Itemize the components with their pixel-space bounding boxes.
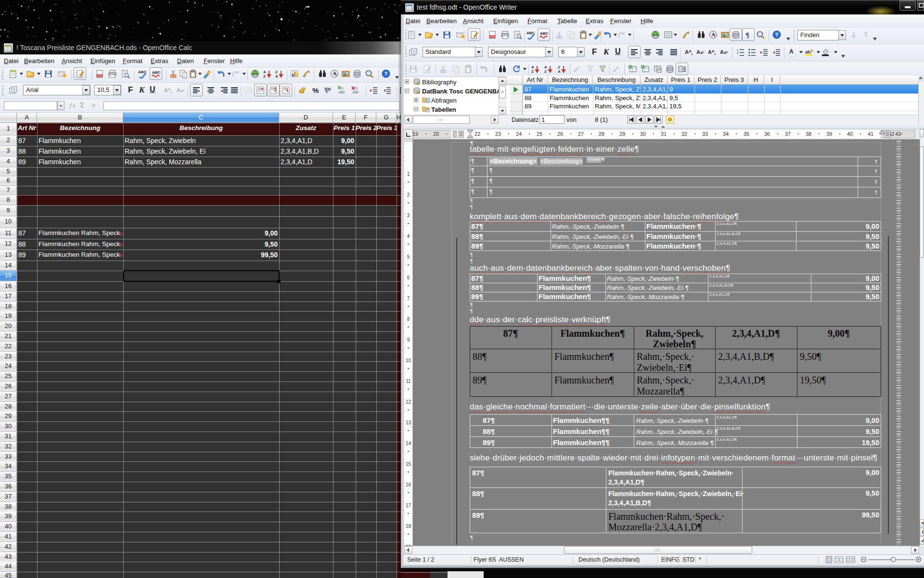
svg-text:%: % — [312, 86, 319, 94]
svg-text:A: A — [263, 70, 266, 74]
svg-text:A: A — [685, 49, 689, 55]
svg-text:A: A — [180, 89, 183, 93]
svg-text:A: A — [689, 49, 692, 53]
svg-text:A: A — [177, 87, 180, 93]
svg-text:PDF: PDF — [98, 74, 103, 77]
svg-text:A: A — [168, 87, 171, 92]
svg-text:?: ? — [385, 71, 388, 77]
svg-text:ABC: ABC — [540, 31, 549, 36]
svg-text:A: A — [700, 51, 703, 55]
svg-text:.000: .000 — [338, 91, 345, 94]
svg-text:A: A — [696, 49, 700, 55]
svg-text:Z: Z — [263, 74, 266, 79]
svg-text:A: A — [720, 49, 724, 55]
svg-text:A: A — [724, 51, 727, 55]
svg-text:2: 2 — [737, 52, 739, 54]
svg-text:PDF: PDF — [490, 35, 495, 38]
svg-text:Z: Z — [275, 70, 278, 74]
svg-text:S%: S% — [324, 87, 331, 92]
svg-text:0: 0 — [356, 87, 358, 90]
svg-text:A: A — [558, 69, 561, 74]
svg-text:Z: Z — [531, 69, 534, 74]
svg-text:A: A — [712, 49, 715, 53]
svg-text:Z: Z — [544, 69, 547, 74]
svg-text:¶: ¶ — [745, 31, 749, 39]
svg-text:ABC: ABC — [152, 70, 161, 75]
svg-text:A: A — [164, 87, 168, 93]
svg-text:Z: Z — [558, 65, 560, 69]
svg-text:A: A — [275, 74, 278, 79]
svg-text:A: A — [544, 65, 547, 69]
svg-text:A: A — [531, 65, 534, 69]
svg-text:?: ? — [775, 32, 779, 38]
svg-text:0: 0 — [341, 87, 343, 90]
svg-text:A: A — [789, 48, 794, 55]
svg-text:A: A — [708, 49, 712, 55]
svg-text:.000: .000 — [352, 91, 359, 94]
